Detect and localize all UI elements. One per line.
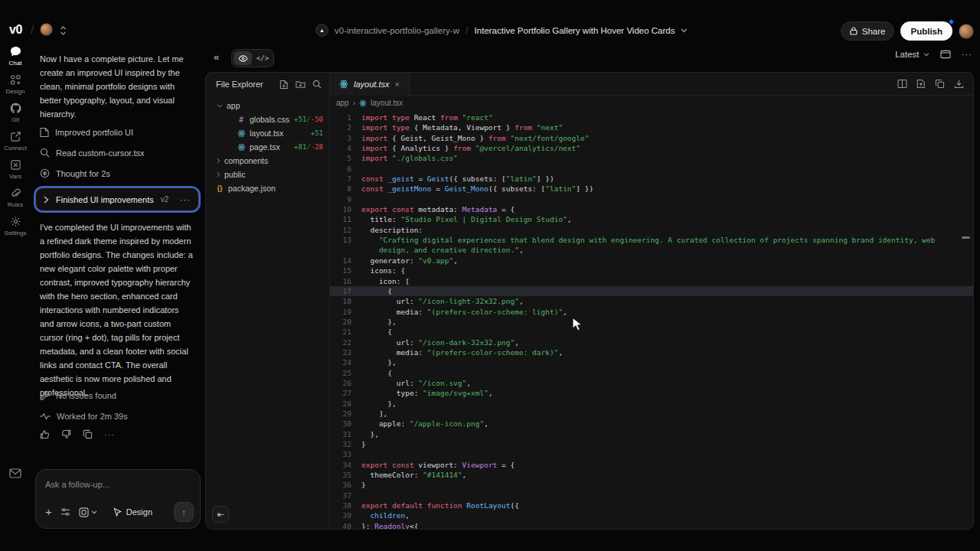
code-lines[interactable]: 1import type React from "react"2import t… — [330, 112, 974, 529]
tree-folder-app[interactable]: app — [206, 99, 329, 112]
rail-item-vars[interactable]: Vars — [0, 159, 31, 180]
diff-deletions: -28 — [311, 143, 323, 151]
code-line: 34export const viewport: Viewport = { — [330, 460, 974, 470]
mouse-cursor — [571, 317, 585, 332]
css-file-icon: # — [237, 116, 246, 124]
breadcrumb-separator: / — [466, 24, 469, 36]
assistant-message-2: I've completed the UI improvements with … — [40, 220, 194, 399]
thumbs-down-icon[interactable] — [61, 429, 71, 439]
code-line: 33 — [330, 449, 974, 459]
code-line: 5import "./globals.css" — [330, 153, 974, 163]
copy-icon[interactable] — [935, 79, 945, 89]
rail-item-design[interactable]: Design — [0, 74, 31, 95]
rail-item-connect[interactable]: Connect — [0, 131, 31, 152]
chevron-down-icon — [923, 53, 929, 57]
eye-icon — [238, 55, 248, 62]
vars-icon — [10, 159, 21, 171]
diff-additions: +51 — [311, 129, 323, 137]
tree-item-label: globals.css — [250, 115, 289, 124]
composer[interactable]: + Design ↑ — [35, 469, 201, 529]
thumbs-up-icon[interactable] — [40, 429, 50, 439]
publish-button[interactable]: Publish — [900, 21, 952, 41]
split-view-icon[interactable] — [897, 79, 907, 89]
feedback-row: ··· — [40, 429, 115, 439]
browser-window-icon[interactable] — [940, 50, 951, 59]
user-avatar[interactable] — [959, 24, 974, 39]
json-file-icon: {} — [215, 184, 224, 192]
workspace-switcher-icon[interactable] — [60, 25, 67, 36]
tree-item-label: layout.tsx — [250, 129, 283, 138]
download-icon[interactable] — [954, 79, 964, 89]
breadcrumb-root[interactable]: app — [336, 99, 349, 107]
code-icon: </> — [256, 54, 269, 62]
export-file-icon[interactable] — [916, 79, 926, 89]
tree-file-package-json[interactable]: {} package.json — [206, 181, 329, 195]
publish-label: Publish — [910, 27, 942, 36]
tree-file-globals-css[interactable]: # globals.css +51/-50 — [206, 112, 329, 126]
rail-item-settings[interactable]: Settings — [0, 216, 31, 236]
scrollbar-marker[interactable] — [962, 236, 970, 239]
rail-item-rules[interactable]: Rules — [0, 187, 31, 208]
code-line: 4import { Analytics } from "@vercel/anal… — [330, 143, 974, 153]
project-slug[interactable]: v0-interactive-portfolio-gallery-w — [335, 26, 459, 35]
tool-row-read-file[interactable]: Read custom-cursor.tsx — [40, 148, 145, 158]
model-selector[interactable] — [79, 507, 97, 517]
rail-label: Connect — [4, 145, 27, 152]
code-line: 30 apple: "/apple-icon.png", — [330, 419, 974, 429]
tool-row-improved-portfolio[interactable]: Improved portfolio UI — [40, 127, 133, 138]
chevron-right-icon[interactable] — [44, 196, 49, 204]
v0-logo[interactable]: v0 — [9, 23, 22, 37]
tree-file-page-tsx[interactable]: page.tsx +81/-28 — [206, 140, 329, 154]
follow-up-input[interactable] — [36, 470, 200, 489]
preview-toggle-button[interactable] — [234, 51, 252, 65]
tree-file-layout-tsx[interactable]: layout.tsx +51 — [206, 126, 329, 140]
design-mode-button[interactable]: Design — [113, 507, 152, 517]
chat-title[interactable]: Interactive Portfolio Gallery with Hover… — [475, 26, 675, 35]
status-worked-time[interactable]: Worked for 2m 39s — [40, 412, 128, 421]
rail-item-git[interactable]: Git — [0, 103, 31, 123]
mail-icon — [9, 468, 21, 478]
design-grid-icon — [10, 74, 21, 86]
settings-sliders-icon[interactable] — [60, 507, 70, 517]
feedback-mail-button[interactable] — [9, 468, 21, 478]
task-card-finished-ui[interactable]: Finished UI improvements v2 ··· — [35, 187, 199, 211]
search-icon[interactable] — [312, 80, 322, 89]
vercel-triangle-icon: ▲ — [315, 24, 328, 37]
more-options-button[interactable]: ··· — [962, 50, 973, 59]
chevron-down-icon[interactable] — [681, 28, 688, 33]
tree-folder-components[interactable]: components — [206, 154, 329, 168]
collapse-panel-button[interactable]: « — [214, 51, 219, 63]
github-icon — [10, 103, 21, 114]
rail-item-chat[interactable]: Chat — [0, 46, 31, 67]
more-options-button[interactable]: ··· — [104, 430, 115, 439]
breadcrumb-file[interactable]: layout.tsx — [371, 99, 403, 107]
code-line: 9 — [330, 194, 974, 204]
workspace-avatar[interactable] — [40, 23, 53, 36]
chevron-down-icon — [91, 510, 97, 514]
code-line: 24 }, — [330, 357, 974, 367]
close-tab-icon[interactable]: × — [394, 80, 399, 89]
version-selector[interactable]: Latest — [895, 50, 929, 59]
status-no-issues[interactable]: No issues found — [40, 390, 116, 400]
lock-icon — [850, 27, 858, 35]
rail-label: Design — [6, 88, 25, 95]
new-file-icon[interactable] — [279, 80, 289, 90]
tree-item-label: components — [224, 156, 268, 165]
diff-deletions: -50 — [311, 116, 323, 123]
collapse-explorer-button[interactable]: ⇤ — [212, 506, 229, 523]
share-button[interactable]: Share — [841, 21, 895, 41]
code-line: 6 — [330, 164, 974, 174]
file-explorer-title: File Explorer — [216, 80, 263, 89]
send-button[interactable]: ↑ — [174, 502, 194, 522]
editor-pane: layout.tsx × app › layout.tsx 1import ty… — [330, 73, 974, 529]
tool-row-thought[interactable]: Thought for 2s — [40, 168, 110, 178]
task-more-button[interactable]: ··· — [180, 195, 191, 204]
new-folder-icon[interactable] — [296, 80, 305, 89]
chat-panel: Now I have a complete picture. Let me cr… — [31, 46, 205, 551]
code-toggle-button[interactable]: </> — [253, 51, 272, 65]
attach-plus-button[interactable]: + — [45, 507, 52, 517]
tree-folder-public[interactable]: public — [206, 168, 329, 181]
copy-icon[interactable] — [83, 429, 93, 439]
tab-layout-tsx[interactable]: layout.tsx × — [330, 73, 410, 96]
code-line: 28 }, — [330, 399, 974, 409]
